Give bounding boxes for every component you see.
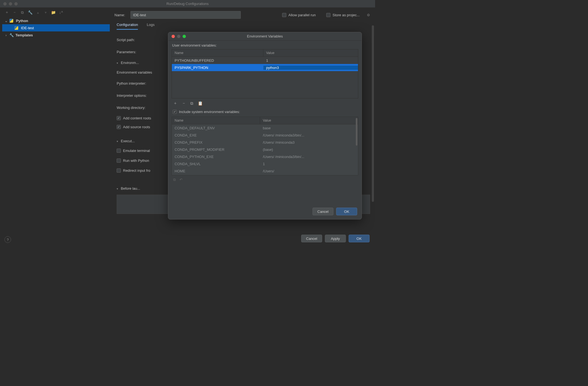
- down-icon[interactable]: ▾: [44, 10, 47, 14]
- tree-node-label: Python: [16, 19, 28, 23]
- add-source-roots-checkbox[interactable]: Add source roots: [117, 122, 150, 131]
- store-as-project-checkbox[interactable]: Store as projec...: [326, 13, 360, 17]
- name-label: Name:: [114, 13, 125, 17]
- sidebar-toolbar: ＋ － ⧉ 🔧 ▴ ▾ 📁 ↓ᴬ: [2, 9, 110, 17]
- tree-node-label: Templates: [15, 33, 33, 37]
- python-icon: [14, 26, 18, 30]
- script-path-label: Script path:: [117, 38, 166, 42]
- window-title: Run/Debug Configurations: [0, 2, 375, 6]
- form-tabs: Configuration Logs: [114, 23, 370, 30]
- undo-icon[interactable]: ↶: [180, 178, 183, 182]
- tab-logs[interactable]: Logs: [147, 23, 154, 30]
- tab-configuration[interactable]: Configuration: [117, 23, 138, 30]
- env-value: 1: [260, 162, 358, 166]
- cancel-button[interactable]: Cancel: [312, 208, 333, 215]
- system-env-row[interactable]: JAVA_HOME/Library/Java/JavaVirtualMachin…: [172, 175, 358, 175]
- copy-icon[interactable]: ⧉: [20, 10, 24, 14]
- tree-item-label: IDE-test: [21, 26, 34, 30]
- system-env-row[interactable]: CONDA_PREFIX/Users/ /miniconda3: [172, 139, 358, 146]
- system-env-table: Name Value CONDA_DEFAULT_ENVbaseCONDA_EX…: [172, 117, 358, 175]
- checkbox-label: Store as projec...: [333, 13, 360, 17]
- checkbox-label: Allow parallel run: [288, 13, 316, 17]
- interpreter-options-label: Interpreter options:: [117, 93, 166, 98]
- up-icon[interactable]: ▴: [36, 10, 40, 14]
- checkbox-icon: [326, 13, 330, 17]
- column-header-name[interactable]: Name: [172, 49, 263, 57]
- sort-icon[interactable]: ↓ᴬ: [59, 10, 63, 14]
- column-header-value[interactable]: Value: [260, 117, 358, 124]
- env-value: (base): [260, 148, 358, 152]
- cancel-button[interactable]: Cancel: [301, 235, 322, 242]
- wrench-icon: 🔧: [9, 33, 14, 37]
- system-env-row[interactable]: CONDA_EXE/Users/ /miniconda3/bin/...: [172, 132, 358, 139]
- copy-icon[interactable]: ⧉: [190, 101, 193, 106]
- scrollbar[interactable]: [356, 118, 357, 146]
- tree-node-python[interactable]: ⌄ Python: [2, 17, 110, 24]
- tree-node-templates[interactable]: › 🔧 Templates: [2, 31, 110, 39]
- config-tree: ⌄ Python IDE-test › 🔧 Templates: [2, 17, 110, 39]
- environment-variables-dialog: Environment Variables User environment v…: [168, 32, 362, 219]
- env-value: /Users/ /miniconda3/bin/...: [260, 155, 358, 159]
- python-interpreter-label: Python interpreter:: [117, 81, 166, 85]
- window-titlebar: Run/Debug Configurations: [0, 0, 375, 8]
- column-header-value[interactable]: Value: [263, 49, 358, 57]
- emulate-terminal-checkbox[interactable]: Emulate terminal: [117, 146, 150, 156]
- column-header-name[interactable]: Name: [172, 117, 260, 124]
- env-value: /Users/: [260, 169, 358, 173]
- ok-button[interactable]: OK: [336, 208, 357, 215]
- env-name: PYSPARK_PYTHON: [172, 66, 263, 70]
- wrench-icon[interactable]: 🔧: [28, 10, 32, 14]
- system-env-row[interactable]: HOME/Users/: [172, 167, 358, 175]
- env-name: CONDA_SHLVL: [172, 162, 260, 166]
- redirect-input-checkbox[interactable]: Redirect input fro: [117, 165, 150, 175]
- dialog-title: Environment Variables: [168, 34, 362, 38]
- env-name: CONDA_PROMPT_MODIFIER: [172, 148, 260, 152]
- gear-icon[interactable]: ⚙: [367, 13, 370, 17]
- env-value: base: [260, 126, 358, 130]
- apply-button[interactable]: Apply: [325, 235, 346, 242]
- env-vars-label: Environment variables: [117, 70, 166, 74]
- env-row[interactable]: PYTHONUNBUFFERED 1: [172, 57, 358, 64]
- env-name: CONDA_DEFAULT_ENV: [172, 126, 260, 130]
- add-icon[interactable]: ＋: [5, 10, 9, 14]
- parameters-label: Parameters:: [117, 50, 166, 54]
- run-with-python-checkbox[interactable]: Run with Python: [117, 156, 149, 165]
- python-icon: [9, 19, 13, 23]
- folder-icon[interactable]: 📁: [51, 10, 55, 14]
- working-directory-label: Working directory:: [117, 106, 166, 110]
- checkbox-icon: [282, 13, 286, 17]
- system-env-row[interactable]: CONDA_PYTHON_EXE/Users/ /miniconda3/bin/…: [172, 153, 358, 160]
- env-value-input[interactable]: python3: [263, 66, 358, 70]
- env-row-selected[interactable]: PYSPARK_PYTHON python3: [172, 64, 358, 71]
- configurations-sidebar: ＋ － ⧉ 🔧 ▴ ▾ 📁 ↓ᴬ ⌄ Python IDE-test › 🔧 T…: [2, 9, 110, 232]
- include-system-checkbox[interactable]: Include system environment variables:: [173, 110, 240, 114]
- name-input[interactable]: [130, 11, 241, 19]
- checkbox-label: Include system environment variables:: [179, 110, 240, 114]
- ok-button[interactable]: OK: [349, 235, 370, 242]
- add-content-roots-checkbox[interactable]: Add content roots: [117, 114, 151, 122]
- scrollbar[interactable]: [372, 25, 374, 202]
- allow-parallel-checkbox[interactable]: Allow parallel run: [282, 13, 316, 17]
- system-env-toolbar: ⧉ ↶: [168, 175, 362, 184]
- remove-icon[interactable]: －: [13, 10, 17, 14]
- system-env-row[interactable]: CONDA_PROMPT_MODIFIER(base): [172, 146, 358, 153]
- env-name: PYTHONUNBUFFERED: [172, 58, 263, 63]
- add-icon[interactable]: ＋: [173, 101, 177, 106]
- checkbox-icon: [173, 110, 177, 114]
- system-env-row[interactable]: CONDA_SHLVL1: [172, 160, 358, 167]
- env-value: /Users/ /miniconda3/bin/...: [260, 133, 358, 137]
- help-icon[interactable]: ?: [4, 236, 11, 243]
- expand-icon[interactable]: ⌄: [4, 19, 8, 23]
- env-value: /Users/ /miniconda3: [260, 140, 358, 144]
- user-env-table: Name Value PYTHONUNBUFFERED 1 PYSPARK_PY…: [172, 49, 358, 98]
- tree-item-ide-test[interactable]: IDE-test: [2, 24, 110, 31]
- env-name: HOME: [172, 169, 260, 173]
- expand-icon[interactable]: ›: [4, 33, 8, 37]
- paste-icon[interactable]: 📋: [198, 101, 203, 106]
- env-name: CONDA_EXE: [172, 133, 260, 137]
- remove-icon[interactable]: －: [182, 101, 186, 106]
- env-value: 1: [263, 58, 358, 63]
- copy-icon[interactable]: ⧉: [173, 178, 176, 182]
- env-name: CONDA_PYTHON_EXE: [172, 155, 260, 159]
- system-env-row[interactable]: CONDA_DEFAULT_ENVbase: [172, 124, 358, 132]
